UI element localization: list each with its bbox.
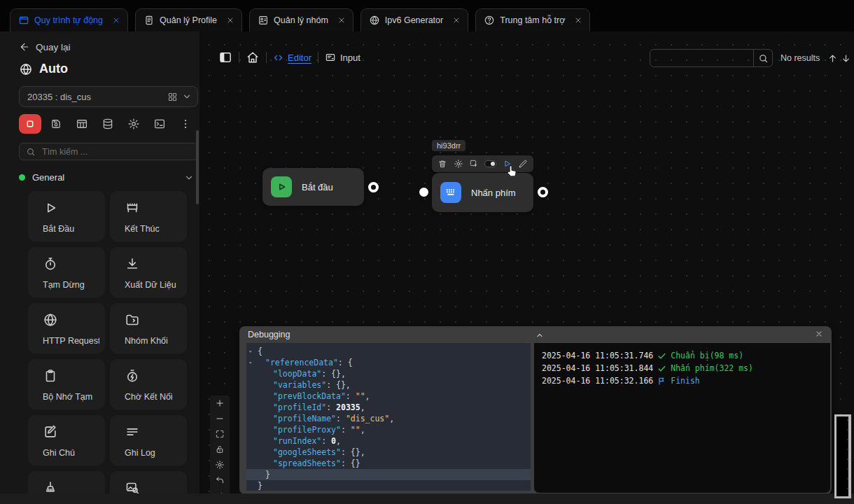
- apps-grid-icon: [167, 92, 178, 102]
- sidebar-search-input[interactable]: [41, 146, 181, 158]
- next-result-button[interactable]: [841, 53, 851, 64]
- block-palette: Bắt ĐầuKết ThúcTạm DừngXuất Dữ LiệuHTTP …: [28, 191, 200, 493]
- home-icon[interactable]: [246, 50, 260, 64]
- settings-button[interactable]: [122, 114, 145, 134]
- section-general[interactable]: General: [19, 172, 194, 183]
- timer-bolt-icon: [125, 368, 140, 384]
- sidebar-scrollbar[interactable]: [196, 130, 199, 204]
- panel-toggle-icon[interactable]: [218, 50, 232, 64]
- zoom-out-button[interactable]: [210, 411, 230, 426]
- back-link[interactable]: Quay lại: [19, 41, 82, 52]
- block-card[interactable]: Tìm Hình Ảnh: [110, 471, 187, 493]
- canvas-search-input[interactable]: [650, 50, 753, 66]
- block-label: Tạm Dừng: [43, 280, 99, 290]
- duplicate-icon[interactable]: [469, 159, 479, 169]
- section-color-dot: [19, 174, 25, 181]
- close-icon[interactable]: [574, 16, 582, 24]
- log-entry: 2025-04-16 11:05:31.746Chuẩn bị(98 ms): [542, 349, 822, 362]
- lock-button[interactable]: [210, 442, 230, 457]
- save-button[interactable]: [45, 114, 67, 134]
- log-message: Finish: [671, 376, 700, 386]
- profile-select[interactable]: 20335 : dis_cus: [19, 86, 198, 107]
- block-card[interactable]: HTTP Request: [28, 303, 105, 354]
- canvas-search-button[interactable]: [753, 50, 772, 66]
- close-icon[interactable]: [337, 16, 346, 24]
- block-card[interactable]: Ghi Log: [110, 415, 187, 465]
- block-card[interactable]: Giải Phóng R...: [28, 471, 105, 493]
- tab-4[interactable]: Ipv6 Generator: [360, 8, 468, 31]
- undo-button[interactable]: [210, 472, 230, 488]
- chevron-down-icon: [182, 92, 192, 102]
- block-card[interactable]: Chờ Kết Nối: [110, 359, 187, 410]
- block-card[interactable]: Nhóm Khối: [110, 303, 187, 354]
- log-entry: 2025-04-16 11:05:32.166Finish: [542, 374, 822, 387]
- section-label: General: [32, 172, 177, 183]
- group-icon: [258, 15, 269, 26]
- fit-icon: [215, 429, 225, 439]
- tab-2[interactable]: Quản lý Profile: [135, 8, 242, 31]
- workflow-title-row: Auto: [19, 62, 200, 76]
- debug-title: Debugging: [248, 330, 815, 340]
- tab-input[interactable]: Input: [325, 52, 360, 63]
- block-card[interactable]: Tạm Dừng: [28, 247, 105, 298]
- canvas-zoom-controls: [210, 396, 230, 493]
- folder-icon: [125, 312, 140, 328]
- stop-button[interactable]: [19, 114, 41, 134]
- output-port[interactable]: [538, 187, 548, 197]
- sidebar-toolbar: [19, 114, 200, 134]
- back-arrow-icon: [19, 41, 30, 52]
- tab-5[interactable]: Trung tâm hỗ trợ: [475, 8, 590, 31]
- more-button[interactable]: [174, 114, 197, 134]
- input-label: Input: [340, 52, 360, 63]
- image-search-icon: [125, 480, 140, 493]
- editor-label: Editor: [288, 52, 312, 63]
- flow-canvas[interactable]: Editor Input No results: [200, 31, 854, 493]
- close-icon[interactable]: [452, 16, 461, 24]
- fit-view-button[interactable]: [210, 426, 230, 442]
- fold-chevron-icon[interactable]: ▾: [248, 346, 252, 357]
- auto-arrange-button[interactable]: [210, 457, 230, 472]
- undo-icon: [215, 475, 225, 485]
- play-icon: [43, 200, 58, 216]
- close-icon[interactable]: [226, 16, 234, 24]
- block-card[interactable]: Ghi Chú: [28, 415, 105, 465]
- input-port[interactable]: [419, 188, 428, 197]
- debug-json-editor[interactable]: ▾{▾"referenceData": {"loopData": {},"var…: [246, 343, 531, 491]
- json-line: "runIndex": 0,: [246, 435, 531, 447]
- database-button[interactable]: [97, 114, 119, 134]
- arrow-up-icon: [827, 53, 838, 64]
- block-label: Chờ Kết Nối: [125, 392, 181, 402]
- divider: [318, 52, 318, 63]
- block-label: Xuất Dữ Liệu: [125, 280, 181, 290]
- toggle-on-icon[interactable]: [484, 160, 496, 167]
- close-icon[interactable]: [815, 328, 823, 341]
- block-card[interactable]: Bộ Nhớ Tạm: [28, 359, 105, 410]
- block-card[interactable]: Xuất Dữ Liệu: [110, 247, 187, 298]
- log-message: Chuẩn bị(98 ms): [671, 351, 743, 360]
- tab-editor[interactable]: Editor: [273, 52, 312, 63]
- close-icon[interactable]: [112, 16, 120, 24]
- terminal-icon: [153, 118, 166, 130]
- collapse-panel-icon[interactable]: [536, 330, 544, 342]
- block-card[interactable]: Bắt Đầu: [28, 191, 105, 241]
- json-line: }: [246, 480, 531, 491]
- block-card[interactable]: Kết Thúc: [110, 191, 187, 241]
- output-port[interactable]: [368, 182, 379, 192]
- lock-icon: [215, 444, 225, 454]
- search-icon: [26, 147, 36, 157]
- back-label: Quay lại: [36, 42, 71, 52]
- canvas-search-group: No results: [650, 49, 851, 67]
- prev-result-button[interactable]: [827, 53, 838, 64]
- fold-chevron-icon[interactable]: ▾: [248, 357, 252, 368]
- redo-button[interactable]: [210, 488, 230, 493]
- mouse-cursor: [505, 164, 519, 180]
- globe-icon: [19, 62, 33, 76]
- gear-icon[interactable]: [454, 159, 463, 169]
- zoom-in-button[interactable]: [210, 396, 230, 411]
- tab-1[interactable]: Quy trình tự động: [10, 8, 128, 31]
- node-start[interactable]: Bắt đầu: [262, 168, 364, 206]
- tab-3[interactable]: Quản lý nhóm: [249, 8, 354, 31]
- trash-icon[interactable]: [438, 159, 447, 169]
- terminal-button[interactable]: [148, 114, 171, 134]
- table-button[interactable]: [71, 114, 93, 134]
